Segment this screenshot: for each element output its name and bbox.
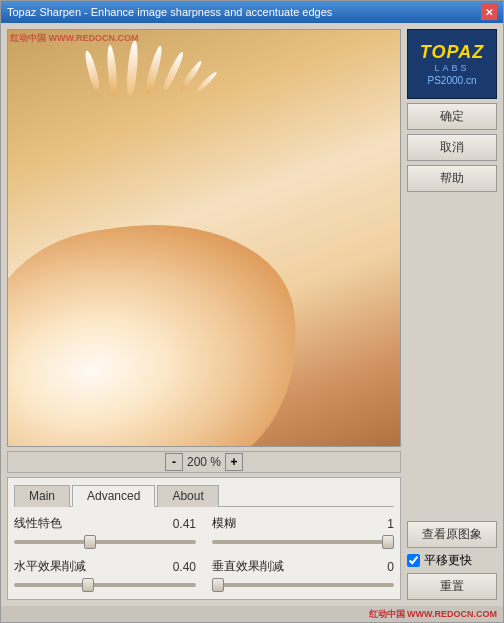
linearity-input[interactable] <box>14 540 196 544</box>
v-suppress-header: 垂直效果削减 0 <box>212 558 394 575</box>
right-panel: TOPAZ LABS PS2000.cn 确定 取消 帮助 查看原图象 平移更快… <box>407 29 497 600</box>
h-suppress-slider-group: 水平效果削减 0.40 <box>14 558 196 593</box>
confirm-button[interactable]: 确定 <box>407 103 497 130</box>
v-suppress-label: 垂直效果削减 <box>212 558 284 575</box>
zoom-bar: - 200 % + <box>7 451 401 473</box>
linearity-value: 0.41 <box>173 517 196 531</box>
tab-about[interactable]: About <box>157 485 218 507</box>
logo-topaz: TOPAZ <box>420 42 484 63</box>
blur-label: 模糊 <box>212 515 236 532</box>
pan-faster-checkbox[interactable] <box>407 554 420 567</box>
logo-ps: PS2000.cn <box>428 75 477 86</box>
watermark-bottom: 红动中国 WWW.REDOCN.COM <box>369 609 498 619</box>
blur-input[interactable] <box>212 540 394 544</box>
view-original-button[interactable]: 查看原图象 <box>407 521 497 548</box>
tab-main[interactable]: Main <box>14 485 70 507</box>
logo-labs: LABS <box>434 63 469 73</box>
main-window: Topaz Sharpen - Enhance image sharpness … <box>0 0 504 623</box>
tab-advanced[interactable]: Advanced <box>72 485 155 507</box>
h-suppress-input[interactable] <box>14 583 196 587</box>
tabs-panel: Main Advanced About 线性特色 0.41 <box>7 477 401 600</box>
linearity-header: 线性特色 0.41 <box>14 515 196 532</box>
close-button[interactable]: ✕ <box>481 4 497 20</box>
h-suppress-label: 水平效果削减 <box>14 558 86 575</box>
reset-button[interactable]: 重置 <box>407 573 497 600</box>
zoom-out-button[interactable]: - <box>165 453 183 471</box>
title-bar: Topaz Sharpen - Enhance image sharpness … <box>1 1 503 23</box>
v-suppress-track <box>212 577 394 593</box>
preview-image: 红动中国 WWW.REDOCN.COM <box>8 30 400 446</box>
zoom-level: 200 % <box>187 455 221 469</box>
blur-header: 模糊 1 <box>212 515 394 532</box>
logo-box: TOPAZ LABS PS2000.cn <box>407 29 497 99</box>
linearity-label: 线性特色 <box>14 515 62 532</box>
bottom-watermark: 红动中国 WWW.REDOCN.COM <box>1 606 503 622</box>
v-suppress-slider-group: 垂直效果削减 0 <box>212 558 394 593</box>
blur-track <box>212 534 394 550</box>
image-container: 红动中国 WWW.REDOCN.COM <box>7 29 401 447</box>
v-suppress-input[interactable] <box>212 583 394 587</box>
zoom-in-button[interactable]: + <box>225 453 243 471</box>
pan-faster-row: 平移更快 <box>407 552 497 569</box>
h-suppress-track <box>14 577 196 593</box>
tab-bar: Main Advanced About <box>14 484 394 507</box>
linearity-track <box>14 534 196 550</box>
cancel-button[interactable]: 取消 <box>407 134 497 161</box>
h-suppress-header: 水平效果削减 0.40 <box>14 558 196 575</box>
v-suppress-value: 0 <box>387 560 394 574</box>
blur-value: 1 <box>387 517 394 531</box>
sliders-grid: 线性特色 0.41 模糊 1 <box>14 515 394 593</box>
linearity-slider-group: 线性特色 0.41 <box>14 515 196 550</box>
help-button[interactable]: 帮助 <box>407 165 497 192</box>
window-title: Topaz Sharpen - Enhance image sharpness … <box>7 6 332 18</box>
left-panel: 红动中国 WWW.REDOCN.COM - 200 % + Main Advan… <box>7 29 401 600</box>
main-content: 红动中国 WWW.REDOCN.COM - 200 % + Main Advan… <box>1 23 503 606</box>
h-suppress-value: 0.40 <box>173 560 196 574</box>
pan-faster-label: 平移更快 <box>424 552 472 569</box>
watermark-top: 红动中国 WWW.REDOCN.COM <box>10 32 139 45</box>
blur-slider-group: 模糊 1 <box>212 515 394 550</box>
